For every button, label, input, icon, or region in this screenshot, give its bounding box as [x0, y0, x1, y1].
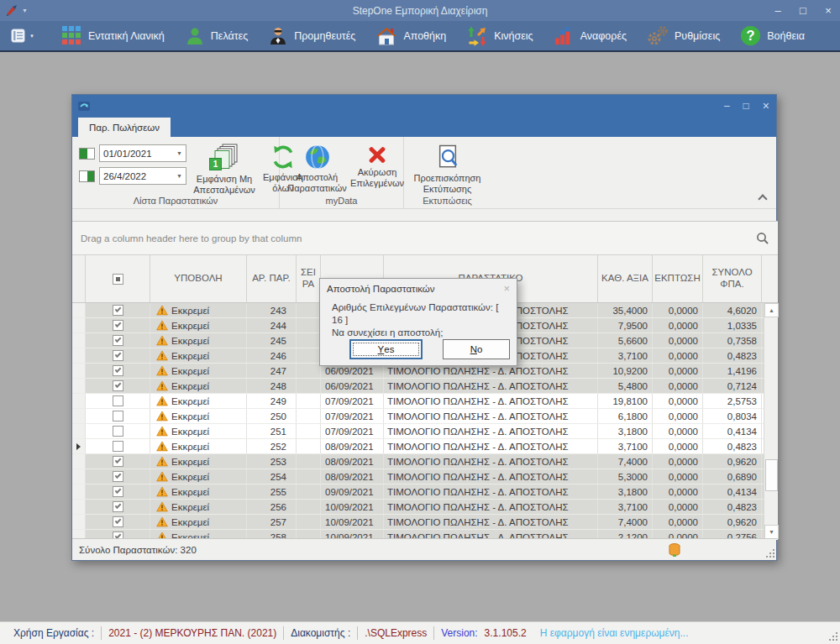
table-row[interactable]: Εκκρεμεί25308/09/2021ΤΙΜΟΛΟΓΙΟ ΠΩΛΗΣΗΣ -…: [72, 454, 778, 469]
doc-close-button[interactable]: ×: [763, 99, 769, 113]
row-select-cell[interactable]: [86, 484, 150, 499]
row-checkbox[interactable]: [113, 365, 123, 376]
select-all-checkbox[interactable]: [113, 274, 123, 285]
row-select-cell[interactable]: [86, 454, 150, 469]
row-select-cell[interactable]: [86, 379, 150, 393]
row-checkbox[interactable]: [113, 335, 123, 346]
row-select-cell[interactable]: [86, 318, 150, 332]
row-indicator-cell: [72, 379, 86, 393]
row-checkbox[interactable]: [113, 350, 123, 361]
menu-dropdown-icon: ▼: [29, 34, 34, 39]
toolbar-item-suppliers[interactable]: Προμηθευτές: [260, 24, 367, 49]
row-select-cell[interactable]: [86, 333, 150, 348]
row-checkbox[interactable]: [113, 305, 123, 316]
date-from-picker[interactable]: 01/01/2021 ▼: [99, 144, 186, 162]
table-row[interactable]: Εκκρεμεί25208/09/2021ΤΙΜΟΛΟΓΙΟ ΠΩΛΗΣΗΣ -…: [72, 439, 778, 454]
qat-dropdown-icon[interactable]: ▼: [22, 8, 28, 13]
date-to-dropdown-icon[interactable]: ▼: [176, 173, 182, 179]
header-doc-number[interactable]: ΑΡ. ΠΑΡ.: [247, 255, 297, 302]
table-row[interactable]: Εκκρεμεί25408/09/2021ΤΙΜΟΛΟΓΙΟ ΠΩΛΗΣΗΣ -…: [72, 469, 778, 484]
print-preview-button[interactable]: Προεπισκόπηση Εκτύπωσης: [409, 142, 486, 196]
row-checkbox[interactable]: [113, 486, 123, 497]
row-select-cell[interactable]: [86, 364, 150, 378]
toolbar-item-settings[interactable]: Ρυθμίσεις: [638, 23, 732, 50]
total-vat-cell: 1,4196: [703, 364, 762, 378]
row-select-cell[interactable]: [86, 515, 150, 529]
show-unsent-button[interactable]: 1 Εμφάνιση Μη Απεσταλμένων: [192, 142, 257, 196]
toolbar-item-help[interactable]: ? Βοήθεια: [732, 23, 816, 49]
toolbar-item-warehouse[interactable]: Αποθήκη: [367, 24, 458, 49]
toolbar-item-movements[interactable]: Κινήσεις: [458, 23, 544, 50]
net-value-cell: 5,4800: [598, 379, 653, 393]
table-row[interactable]: Εκκρεμεί25107/09/2021ΤΙΜΟΛΟΓΙΟ ΠΩΛΗΣΗΣ -…: [72, 424, 778, 439]
header-total-vat[interactable]: ΣΥΝΟΛΟ ΦΠΑ.: [703, 255, 762, 302]
date-from-dropdown-icon[interactable]: ▼: [176, 150, 182, 156]
doc-resize-grip[interactable]: [764, 547, 774, 558]
row-checkbox[interactable]: [113, 380, 123, 391]
table-row[interactable]: Εκκρεμεί24806/09/2021ΤΙΜΟΛΟΓΙΟ ΠΩΛΗΣΗΣ -…: [72, 379, 778, 394]
main-menu-button[interactable]: ▼: [7, 24, 41, 47]
table-row[interactable]: Εκκρεμεί24907/09/2021ΤΙΜΟΛΟΓΙΟ ΠΩΛΗΣΗΣ -…: [72, 394, 778, 409]
row-checkbox[interactable]: [113, 516, 123, 527]
row-checkbox[interactable]: [113, 411, 123, 421]
close-button[interactable]: ×: [822, 4, 835, 17]
scroll-down-button[interactable]: ▼: [764, 525, 779, 539]
row-select-cell[interactable]: [86, 469, 150, 484]
net-value-cell: 3,1800: [598, 484, 653, 499]
cancel-selected-button[interactable]: Ακύρωση Επιλεγμένων: [353, 142, 402, 190]
maximize-button[interactable]: □: [796, 4, 810, 17]
tab-sales-documents[interactable]: Παρ. Πωλήσεων: [78, 118, 171, 137]
row-checkbox[interactable]: [113, 441, 123, 452]
header-select-all[interactable]: [86, 255, 150, 302]
row-checkbox[interactable]: [113, 426, 123, 437]
vertical-scrollbar[interactable]: ▲ ▼: [764, 303, 778, 539]
table-row[interactable]: Εκκρεμεί25007/09/2021ΤΙΜΟΛΟΓΙΟ ΠΩΛΗΣΗΣ -…: [72, 409, 778, 424]
row-select-cell[interactable]: [86, 439, 150, 453]
row-checkbox[interactable]: [113, 501, 123, 512]
row-checkbox[interactable]: [113, 395, 123, 406]
doc-minimize-button[interactable]: –: [724, 100, 730, 112]
toolbar-item-customers[interactable]: Πελάτες: [176, 24, 260, 49]
doc-maximize-button[interactable]: □: [743, 100, 749, 112]
header-discount[interactable]: ΕΚΠΤΩΣΗ: [653, 255, 703, 302]
window-resize-grip[interactable]: [827, 631, 837, 641]
dialog-close-icon[interactable]: ×: [503, 282, 510, 295]
row-select-cell[interactable]: [86, 500, 150, 514]
yes-button[interactable]: Yes: [349, 339, 423, 359]
no-button[interactable]: No: [443, 339, 510, 359]
quick-access-toolbar[interactable]: ▼: [0, 4, 28, 17]
row-select-cell[interactable]: [86, 409, 150, 423]
send-documents-dialog: Αποστολή Παραστατικών × Αριθμός Επιλεγμέ…: [319, 278, 517, 366]
header-series[interactable]: ΣΕΙΡΑ: [297, 255, 321, 302]
row-select-cell[interactable]: [86, 348, 150, 363]
toolbar-item-reports[interactable]: Αναφορές: [545, 23, 638, 49]
table-row[interactable]: Εκκρεμεί25610/09/2021ΤΙΜΟΛΟΓΙΟ ΠΩΛΗΣΗΣ -…: [72, 500, 778, 515]
send-documents-button[interactable]: Αποστολή Παραστατικών: [281, 142, 353, 195]
table-row[interactable]: Εκκρεμεί25710/09/2021ΤΙΜΟΛΟΓΙΟ ΠΩΛΗΣΗΣ -…: [72, 515, 778, 530]
search-icon[interactable]: [756, 232, 769, 245]
toolbar-item-retail[interactable]: Εντατική Λιανική: [53, 23, 176, 49]
row-select-cell[interactable]: [86, 424, 150, 438]
minimize-button[interactable]: –: [771, 4, 785, 17]
row-checkbox[interactable]: [113, 320, 123, 331]
group-by-drop-zone[interactable]: Drag a column header here to group by th…: [72, 222, 778, 255]
date-from-flag-icon[interactable]: [79, 148, 95, 160]
row-checkbox[interactable]: [113, 471, 123, 482]
row-indicator-cell: [72, 318, 86, 332]
date-to-flag-icon[interactable]: [79, 170, 95, 182]
ribbon-collapse-chevron-icon[interactable]: [758, 193, 768, 202]
warning-icon: [156, 516, 168, 527]
scrollbar-thumb[interactable]: [765, 459, 778, 491]
row-checkbox[interactable]: [113, 456, 123, 467]
header-submission[interactable]: ΥΠΟΒΟΛΗ: [150, 255, 247, 302]
document-type-cell: ΤΙΜΟΛΟΓΙΟ ΠΩΛΗΣΗΣ - Δ. ΑΠΟΣΤΟΛΗΣ: [384, 394, 598, 408]
header-net-value[interactable]: ΚΑΘ. ΑΞΙΑ: [598, 255, 653, 302]
net-value-cell: 10,9200: [598, 364, 653, 378]
warning-icon: [156, 380, 168, 391]
row-select-cell[interactable]: [86, 394, 150, 408]
row-select-cell[interactable]: [86, 303, 150, 317]
scroll-up-button[interactable]: ▲: [764, 303, 779, 317]
submission-status-cell: Εκκρεμεί: [150, 424, 247, 438]
date-to-picker[interactable]: 26/4/2022 ▼: [99, 167, 186, 185]
table-row[interactable]: Εκκρεμεί25509/09/2021ΤΙΜΟΛΟΓΙΟ ΠΩΛΗΣΗΣ -…: [72, 484, 778, 500]
